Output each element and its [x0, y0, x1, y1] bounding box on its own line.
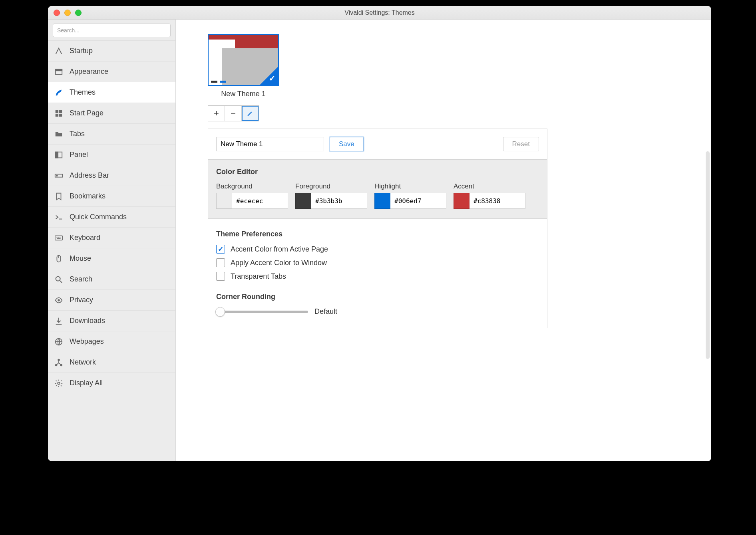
search-icon	[54, 274, 64, 285]
plus-icon: +	[214, 108, 219, 119]
sidebar-item-appearance[interactable]: Appearance	[48, 61, 175, 82]
sidebar-item-label: Privacy	[70, 296, 93, 304]
checkbox-transparent-tabs[interactable]: Transparent Tabs	[216, 272, 539, 281]
svg-rect-7	[56, 132, 58, 133]
sidebar-item-tabs[interactable]: Tabs	[48, 123, 175, 144]
sidebar-item-themes[interactable]: Themes	[48, 82, 175, 103]
color-label: Highlight	[374, 182, 446, 190]
close-window-button[interactable]	[54, 10, 60, 16]
theme-preferences-heading: Theme Preferences	[216, 230, 539, 238]
checkbox-accent-from-page[interactable]: ✓ Accent Color from Active Page	[216, 245, 539, 254]
startup-icon	[54, 46, 64, 56]
panel-icon	[54, 150, 64, 160]
remove-theme-button[interactable]: −	[225, 106, 242, 121]
save-button[interactable]: Save	[330, 137, 364, 151]
sidebar-item-bookmarks[interactable]: Bookmarks	[48, 186, 175, 206]
color-swatch-foreground[interactable]	[295, 193, 311, 209]
add-theme-button[interactable]: +	[208, 106, 225, 121]
color-field-highlight: Highlight	[374, 182, 446, 209]
sidebar-item-address-bar[interactable]: Address Bar	[48, 165, 175, 186]
sidebar-item-privacy[interactable]: Privacy	[48, 289, 175, 310]
keyboard-icon	[54, 233, 64, 243]
color-input-background[interactable]	[232, 193, 288, 209]
sidebar-item-startup[interactable]: Startup	[48, 40, 175, 61]
svg-rect-9	[56, 152, 58, 158]
svg-rect-12	[55, 236, 62, 240]
sidebar-item-downloads[interactable]: Downloads	[48, 310, 175, 331]
color-swatch-highlight[interactable]	[374, 193, 390, 209]
corner-rounding-heading: Corner Rounding	[216, 293, 539, 301]
gear-icon	[54, 378, 64, 388]
slider-knob[interactable]	[215, 307, 225, 317]
sidebar-item-display-all[interactable]: Display All	[48, 373, 175, 393]
sidebar-item-quick-commands[interactable]: Quick Commands	[48, 206, 175, 227]
titlebar: Vivaldi Settings: Themes	[48, 6, 711, 20]
sidebar-item-label: Startup	[70, 47, 93, 55]
mouse-icon	[54, 254, 64, 264]
sidebar-item-mouse[interactable]: Mouse	[48, 248, 175, 269]
svg-line-16	[60, 280, 62, 283]
checkbox-icon: ✓	[216, 245, 225, 254]
settings-nav: Startup Appearance Themes	[48, 40, 175, 393]
corner-rounding-slider[interactable]	[216, 311, 308, 313]
svg-point-17	[58, 299, 60, 301]
edit-theme-button[interactable]	[242, 106, 259, 121]
checkbox-accent-to-window[interactable]: Apply Accent Color to Window	[216, 258, 539, 267]
sidebar-item-search[interactable]: Search	[48, 269, 175, 289]
sidebar-item-label: Bookmarks	[70, 192, 105, 200]
sidebar-item-label: Quick Commands	[70, 213, 127, 221]
sidebar-item-panel[interactable]: Panel	[48, 144, 175, 165]
reset-button[interactable]: Reset	[503, 137, 539, 151]
downloads-icon	[54, 316, 64, 326]
svg-point-19	[58, 359, 60, 361]
webpages-icon	[54, 337, 64, 347]
svg-point-11	[56, 175, 58, 176]
theme-toolbar: + −	[208, 105, 259, 121]
sidebar-item-network[interactable]: Network	[48, 352, 175, 373]
sidebar-item-label: Start Page	[70, 109, 103, 117]
svg-point-22	[58, 382, 60, 384]
sidebar-item-label: Search	[70, 275, 92, 283]
zoom-window-button[interactable]	[75, 10, 82, 16]
theme-thumbnail-card: ✓ New Theme 1	[208, 34, 279, 98]
settings-sidebar: Startup Appearance Themes	[48, 20, 176, 461]
theme-thumbnail[interactable]: ✓	[208, 34, 279, 86]
sidebar-item-keyboard[interactable]: Keyboard	[48, 227, 175, 248]
settings-content: ✓ New Theme 1 + − Save Reset	[176, 20, 711, 461]
theme-name-input[interactable]	[216, 137, 324, 151]
color-label: Background	[216, 182, 288, 190]
svg-rect-2	[56, 110, 58, 113]
sidebar-item-label: Webpages	[70, 337, 104, 346]
svg-rect-6	[56, 133, 62, 136]
sidebar-item-start-page[interactable]: Start Page	[48, 103, 175, 123]
svg-rect-3	[59, 110, 62, 113]
appearance-icon	[54, 67, 64, 77]
checkbox-label: Transparent Tabs	[231, 272, 286, 281]
color-field-background: Background	[216, 182, 288, 209]
color-input-foreground[interactable]	[311, 193, 367, 209]
svg-point-15	[56, 276, 60, 281]
theme-editor-panel: Save Reset Color Editor Background	[208, 129, 547, 328]
checkbox-label: Apply Accent Color to Window	[231, 259, 327, 267]
color-input-highlight[interactable]	[390, 193, 446, 209]
theme-name-row: Save Reset	[208, 129, 547, 159]
corner-rounding-section: Corner Rounding Default	[216, 293, 539, 316]
corner-rounding-value: Default	[314, 307, 337, 316]
sidebar-item-label: Panel	[70, 151, 88, 159]
minimize-window-button[interactable]	[64, 10, 71, 16]
minus-icon: −	[231, 108, 236, 119]
sidebar-item-webpages[interactable]: Webpages	[48, 331, 175, 352]
color-swatch-background[interactable]	[216, 193, 232, 209]
address-bar-icon	[54, 170, 64, 181]
search-input[interactable]	[53, 24, 171, 37]
sidebar-item-label: Appearance	[70, 67, 108, 76]
svg-rect-4	[56, 113, 58, 116]
color-input-accent[interactable]	[470, 193, 525, 209]
start-page-icon	[54, 108, 64, 119]
bookmarks-icon	[54, 191, 64, 202]
checkmark-icon: ✓	[269, 73, 276, 83]
sidebar-item-label: Keyboard	[70, 234, 100, 242]
color-swatch-accent[interactable]	[454, 193, 470, 209]
sidebar-item-label: Tabs	[70, 130, 85, 138]
content-scrollbar[interactable]	[706, 151, 710, 359]
